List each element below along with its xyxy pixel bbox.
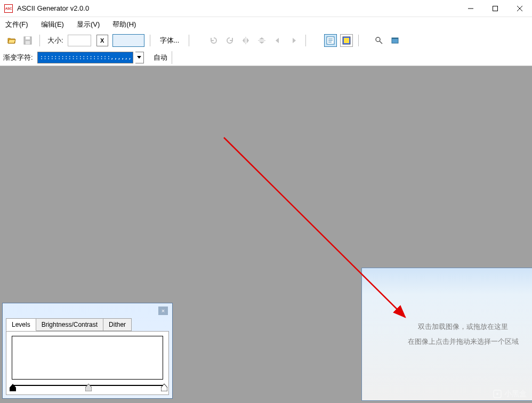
separator bbox=[305, 35, 306, 46]
workspace: 双击加载图像，或拖放在这里 在图像上点击并拖动来选择一个区域 × Levels … bbox=[0, 66, 532, 403]
lock-aspect-button[interactable]: X bbox=[96, 35, 108, 46]
separator bbox=[189, 35, 189, 46]
levels-handle-black[interactable] bbox=[10, 384, 16, 391]
size-input[interactable] bbox=[68, 35, 91, 46]
size-selected-box bbox=[112, 34, 144, 47]
levels-panel: × Levels Brightness/Contrast Dither bbox=[2, 303, 173, 399]
watermark: 小黑盒 bbox=[493, 389, 527, 399]
watermark-text: 小黑盒 bbox=[504, 389, 527, 399]
zoom-button[interactable] bbox=[373, 34, 385, 47]
rotate-ccw-button[interactable] bbox=[207, 34, 220, 47]
flip-vertical-button[interactable] bbox=[255, 34, 268, 47]
window-controls bbox=[458, 0, 532, 17]
svg-rect-1 bbox=[493, 6, 498, 11]
levels-body bbox=[6, 331, 169, 395]
window-title: ASCII Generator v2.0.0 bbox=[17, 4, 89, 12]
menubar: 文件(F) 编辑(E) 显示(V) 帮助(H) bbox=[0, 17, 532, 32]
tab-levels[interactable]: Levels bbox=[6, 318, 36, 331]
svg-rect-18 bbox=[392, 38, 398, 39]
levels-handle-white[interactable] bbox=[161, 384, 167, 391]
app-icon: ASC bbox=[4, 4, 13, 13]
levels-tabs: Levels Brightness/Contrast Dither bbox=[6, 318, 131, 331]
svg-rect-5 bbox=[26, 37, 30, 39]
next-button[interactable] bbox=[287, 34, 300, 47]
prev-button[interactable] bbox=[271, 34, 284, 47]
save-button[interactable] bbox=[21, 34, 34, 47]
app-icon-text: ASC bbox=[5, 7, 12, 10]
open-button[interactable] bbox=[5, 34, 18, 47]
toolbar-main: 大小: X 字体... bbox=[0, 32, 532, 49]
menu-view[interactable]: 显示(V) bbox=[77, 20, 100, 29]
separator bbox=[358, 35, 359, 46]
ramp-label: 渐变字符: bbox=[3, 53, 33, 62]
auto-button[interactable]: 自动 bbox=[149, 51, 172, 64]
maximize-button[interactable] bbox=[483, 0, 507, 17]
separator bbox=[39, 35, 40, 46]
menu-help[interactable]: 帮助(H) bbox=[112, 20, 136, 29]
drop-hint-line2: 在图像上点击并拖动来选择一个区域 bbox=[408, 334, 519, 349]
minimize-button[interactable] bbox=[458, 0, 483, 17]
view-text-button[interactable] bbox=[324, 34, 337, 47]
size-label: 大小: bbox=[47, 36, 63, 45]
view-color-button[interactable] bbox=[340, 34, 353, 47]
svg-line-16 bbox=[380, 41, 382, 44]
drop-image-panel[interactable]: 双击加载图像，或拖放在这里 在图像上点击并拖动来选择一个区域 bbox=[361, 268, 532, 401]
flip-horizontal-button[interactable] bbox=[239, 34, 252, 47]
rotate-cw-button[interactable] bbox=[223, 34, 236, 47]
drop-hint-line1: 双击加载图像，或拖放在这里 bbox=[418, 319, 508, 334]
separator bbox=[150, 35, 150, 46]
ramp-select[interactable]: ::::::::::::::::::::,,,,,,,,,,,,, bbox=[37, 52, 133, 63]
titlebar: ASC ASCII Generator v2.0.0 bbox=[0, 0, 532, 17]
fullscreen-button[interactable] bbox=[389, 34, 401, 47]
font-button[interactable]: 字体... bbox=[156, 34, 184, 47]
svg-point-22 bbox=[496, 393, 498, 395]
levels-close-button[interactable]: × bbox=[158, 307, 168, 315]
svg-rect-6 bbox=[26, 41, 30, 44]
close-button[interactable] bbox=[507, 0, 532, 17]
ramp-dropdown-icon[interactable] bbox=[135, 52, 144, 63]
svg-point-15 bbox=[376, 37, 380, 42]
tab-brightness-contrast[interactable]: Brightness/Contrast bbox=[36, 318, 103, 331]
levels-handle-gray[interactable] bbox=[85, 384, 92, 391]
svg-rect-14 bbox=[344, 38, 349, 43]
histogram-box bbox=[12, 336, 163, 380]
toolbar-ramp: 渐变字符: ::::::::::::::::::::,,,,,,,,,,,,, … bbox=[0, 49, 532, 66]
menu-edit[interactable]: 编辑(E) bbox=[41, 20, 64, 29]
menu-file[interactable]: 文件(F) bbox=[5, 20, 28, 29]
tab-dither[interactable]: Dither bbox=[103, 318, 132, 331]
